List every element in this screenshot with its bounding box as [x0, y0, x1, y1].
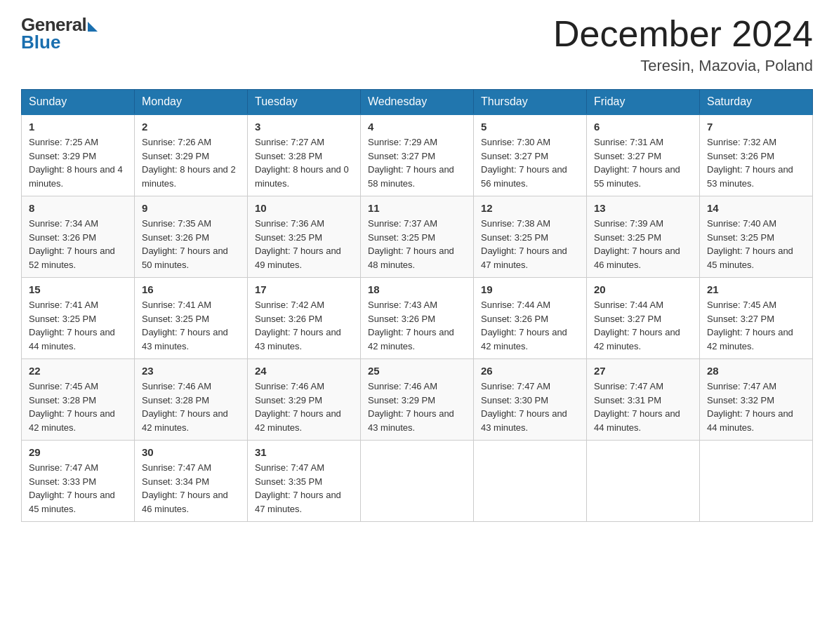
month-title: December 2024 — [553, 14, 813, 54]
day-info: Sunrise: 7:36 AMSunset: 3:25 PMDaylight:… — [255, 217, 353, 271]
day-info: Sunrise: 7:32 AMSunset: 3:26 PMDaylight:… — [707, 135, 805, 190]
table-row: 28Sunrise: 7:47 AMSunset: 3:32 PMDayligh… — [700, 359, 813, 441]
table-row: 5Sunrise: 7:30 AMSunset: 3:27 PMDaylight… — [474, 114, 587, 196]
table-row: 10Sunrise: 7:36 AMSunset: 3:25 PMDayligh… — [248, 196, 361, 278]
calendar-week-row: 29Sunrise: 7:47 AMSunset: 3:33 PMDayligh… — [22, 441, 813, 522]
day-number: 20 — [594, 283, 692, 295]
day-number: 19 — [481, 283, 579, 295]
day-info: Sunrise: 7:26 AMSunset: 3:29 PMDaylight:… — [142, 135, 240, 190]
day-number: 21 — [707, 283, 805, 295]
day-info: Sunrise: 7:47 AMSunset: 3:33 PMDaylight:… — [29, 461, 127, 516]
day-info: Sunrise: 7:47 AMSunset: 3:31 PMDaylight:… — [594, 380, 692, 434]
col-wednesday: Wednesday — [361, 90, 474, 115]
day-info: Sunrise: 7:45 AMSunset: 3:27 PMDaylight:… — [707, 298, 805, 353]
logo-blue-text: Blue — [21, 32, 60, 53]
table-row: 14Sunrise: 7:40 AMSunset: 3:25 PMDayligh… — [700, 196, 813, 278]
day-number: 25 — [368, 365, 466, 377]
day-number: 10 — [255, 202, 353, 214]
day-info: Sunrise: 7:46 AMSunset: 3:28 PMDaylight:… — [142, 380, 240, 434]
table-row: 24Sunrise: 7:46 AMSunset: 3:29 PMDayligh… — [248, 359, 361, 441]
day-number: 27 — [594, 365, 692, 377]
day-number: 4 — [368, 121, 466, 133]
col-tuesday: Tuesday — [248, 90, 361, 115]
calendar-table: Sunday Monday Tuesday Wednesday Thursday… — [21, 89, 813, 522]
day-info: Sunrise: 7:47 AMSunset: 3:30 PMDaylight:… — [481, 380, 579, 434]
table-row: 13Sunrise: 7:39 AMSunset: 3:25 PMDayligh… — [587, 196, 700, 278]
table-row: 26Sunrise: 7:47 AMSunset: 3:30 PMDayligh… — [474, 359, 587, 441]
col-saturday: Saturday — [700, 90, 813, 115]
day-number: 22 — [29, 365, 127, 377]
table-row: 22Sunrise: 7:45 AMSunset: 3:28 PMDayligh… — [22, 359, 135, 441]
logo-triangle-icon — [88, 22, 98, 32]
day-info: Sunrise: 7:39 AMSunset: 3:25 PMDaylight:… — [594, 217, 692, 271]
day-number: 8 — [29, 202, 127, 214]
table-row: 2Sunrise: 7:26 AMSunset: 3:29 PMDaylight… — [135, 114, 248, 196]
calendar-week-row: 22Sunrise: 7:45 AMSunset: 3:28 PMDayligh… — [22, 359, 813, 441]
day-number: 17 — [255, 283, 353, 295]
table-row — [361, 441, 474, 522]
table-row: 8Sunrise: 7:34 AMSunset: 3:26 PMDaylight… — [22, 196, 135, 278]
day-info: Sunrise: 7:25 AMSunset: 3:29 PMDaylight:… — [29, 135, 127, 190]
table-row: 4Sunrise: 7:29 AMSunset: 3:27 PMDaylight… — [361, 114, 474, 196]
day-info: Sunrise: 7:35 AMSunset: 3:26 PMDaylight:… — [142, 217, 240, 271]
table-row — [587, 441, 700, 522]
day-info: Sunrise: 7:44 AMSunset: 3:26 PMDaylight:… — [481, 298, 579, 353]
day-info: Sunrise: 7:29 AMSunset: 3:27 PMDaylight:… — [368, 135, 466, 190]
day-number: 31 — [255, 446, 353, 458]
day-number: 15 — [29, 283, 127, 295]
day-number: 28 — [707, 365, 805, 377]
page-header: General Blue December 2024 Teresin, Mazo… — [21, 14, 813, 75]
calendar-week-row: 1Sunrise: 7:25 AMSunset: 3:29 PMDaylight… — [22, 114, 813, 196]
col-sunday: Sunday — [22, 90, 135, 115]
calendar-week-row: 8Sunrise: 7:34 AMSunset: 3:26 PMDaylight… — [22, 196, 813, 278]
table-row: 30Sunrise: 7:47 AMSunset: 3:34 PMDayligh… — [135, 441, 248, 522]
day-number: 7 — [707, 121, 805, 133]
table-row: 9Sunrise: 7:35 AMSunset: 3:26 PMDaylight… — [135, 196, 248, 278]
day-info: Sunrise: 7:30 AMSunset: 3:27 PMDaylight:… — [481, 135, 579, 190]
table-row: 1Sunrise: 7:25 AMSunset: 3:29 PMDaylight… — [22, 114, 135, 196]
day-info: Sunrise: 7:41 AMSunset: 3:25 PMDaylight:… — [29, 298, 127, 353]
table-row: 21Sunrise: 7:45 AMSunset: 3:27 PMDayligh… — [700, 278, 813, 359]
table-row — [474, 441, 587, 522]
day-info: Sunrise: 7:45 AMSunset: 3:28 PMDaylight:… — [29, 380, 127, 434]
day-number: 6 — [594, 121, 692, 133]
day-info: Sunrise: 7:41 AMSunset: 3:25 PMDaylight:… — [142, 298, 240, 353]
table-row: 16Sunrise: 7:41 AMSunset: 3:25 PMDayligh… — [135, 278, 248, 359]
table-row: 20Sunrise: 7:44 AMSunset: 3:27 PMDayligh… — [587, 278, 700, 359]
table-row: 15Sunrise: 7:41 AMSunset: 3:25 PMDayligh… — [22, 278, 135, 359]
calendar-header-row: Sunday Monday Tuesday Wednesday Thursday… — [22, 90, 813, 115]
table-row: 11Sunrise: 7:37 AMSunset: 3:25 PMDayligh… — [361, 196, 474, 278]
day-info: Sunrise: 7:38 AMSunset: 3:25 PMDaylight:… — [481, 217, 579, 271]
table-row: 31Sunrise: 7:47 AMSunset: 3:35 PMDayligh… — [248, 441, 361, 522]
col-monday: Monday — [135, 90, 248, 115]
col-thursday: Thursday — [474, 90, 587, 115]
day-info: Sunrise: 7:27 AMSunset: 3:28 PMDaylight:… — [255, 135, 353, 190]
day-info: Sunrise: 7:44 AMSunset: 3:27 PMDaylight:… — [594, 298, 692, 353]
table-row: 17Sunrise: 7:42 AMSunset: 3:26 PMDayligh… — [248, 278, 361, 359]
day-number: 24 — [255, 365, 353, 377]
day-number: 23 — [142, 365, 240, 377]
day-info: Sunrise: 7:47 AMSunset: 3:34 PMDaylight:… — [142, 461, 240, 516]
day-number: 14 — [707, 202, 805, 214]
header-right: December 2024 Teresin, Mazovia, Poland — [553, 14, 813, 75]
day-number: 18 — [368, 283, 466, 295]
table-row: 7Sunrise: 7:32 AMSunset: 3:26 PMDaylight… — [700, 114, 813, 196]
table-row: 19Sunrise: 7:44 AMSunset: 3:26 PMDayligh… — [474, 278, 587, 359]
day-info: Sunrise: 7:47 AMSunset: 3:35 PMDaylight:… — [255, 461, 353, 516]
day-info: Sunrise: 7:34 AMSunset: 3:26 PMDaylight:… — [29, 217, 127, 271]
table-row: 18Sunrise: 7:43 AMSunset: 3:26 PMDayligh… — [361, 278, 474, 359]
day-number: 3 — [255, 121, 353, 133]
day-info: Sunrise: 7:43 AMSunset: 3:26 PMDaylight:… — [368, 298, 466, 353]
day-info: Sunrise: 7:40 AMSunset: 3:25 PMDaylight:… — [707, 217, 805, 271]
table-row: 29Sunrise: 7:47 AMSunset: 3:33 PMDayligh… — [22, 441, 135, 522]
logo: General Blue — [21, 14, 98, 53]
col-friday: Friday — [587, 90, 700, 115]
calendar-week-row: 15Sunrise: 7:41 AMSunset: 3:25 PMDayligh… — [22, 278, 813, 359]
location-subtitle: Teresin, Mazovia, Poland — [553, 57, 813, 75]
table-row: 27Sunrise: 7:47 AMSunset: 3:31 PMDayligh… — [587, 359, 700, 441]
day-number: 5 — [481, 121, 579, 133]
table-row: 23Sunrise: 7:46 AMSunset: 3:28 PMDayligh… — [135, 359, 248, 441]
day-number: 16 — [142, 283, 240, 295]
day-number: 13 — [594, 202, 692, 214]
day-number: 12 — [481, 202, 579, 214]
